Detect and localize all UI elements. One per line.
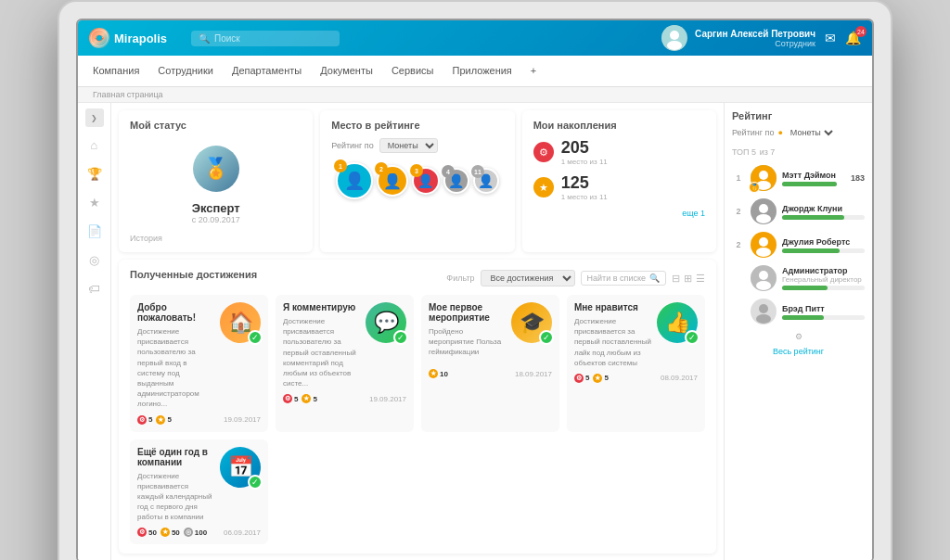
ach-icon-wrap-3: 🎓 ✓	[511, 302, 552, 343]
achievements-title: Полученные достижения	[130, 269, 257, 280]
point-dot-gold-3: ★	[429, 369, 438, 378]
ach-date-4: 08.09.2017	[661, 374, 698, 382]
nav: Компания Сотрудники Департаменты Докумен…	[78, 56, 872, 87]
rating-avatar-1: 1 👤	[336, 162, 373, 199]
accum-icon-gold: ★	[533, 177, 554, 197]
point-value-red-1: 5	[148, 415, 152, 424]
list-view-icon[interactable]: ☰	[696, 273, 705, 285]
filter-icon[interactable]: ⊟	[672, 273, 680, 285]
rank-badge-3: 3	[410, 164, 423, 177]
ach-points-2: ⚙ 5 ★ 5	[283, 394, 317, 403]
sidebar-circle-icon[interactable]: ◎	[85, 249, 103, 271]
accum-row-1: ⚙ 205 1 место из 11	[533, 138, 705, 166]
header: Mirapolis 🔍 Са	[78, 20, 872, 56]
lb-name-3: Джулия Робертс	[782, 237, 865, 247]
ach-footer-5: ⚙ 50 ★ 50 ◎	[137, 528, 261, 537]
sidebar-trophy-icon[interactable]: 🏆	[83, 163, 106, 185]
sidebar-tag-icon[interactable]: 🏷	[84, 278, 104, 299]
nav-item-departments[interactable]: Департаменты	[232, 61, 302, 82]
ach-check-1: ✓	[248, 330, 263, 345]
lb-bar-wrap-3	[782, 248, 865, 253]
lb-rank-1: 1	[732, 173, 745, 183]
point-dot-red-4: ⚙	[574, 374, 584, 383]
lb-bar-3	[782, 248, 840, 253]
rank-badge-1: 1	[334, 159, 347, 172]
svg-point-4	[667, 41, 682, 50]
accum-more[interactable]: еще 1	[533, 209, 705, 218]
accum-icon-red: ⚙	[533, 142, 554, 162]
lb-score-1: 183	[842, 173, 865, 183]
rating-position-card: Место в рейтинге Рейтинг по Монеты Баллы	[320, 110, 514, 252]
svg-point-13	[756, 248, 771, 257]
laptop-frame: Mirapolis 🔍 Са	[58, 0, 892, 560]
status-history[interactable]: История	[130, 234, 162, 243]
point-value-red-4: 5	[585, 374, 589, 382]
ach-date-3: 18.09.2017	[515, 370, 552, 378]
nav-item-employees[interactable]: Сотрудники	[158, 61, 213, 82]
center-area: Мой статус 🏅 Эксперт с 20.09.2017 Истори…	[111, 103, 724, 560]
breadcrumb: Главная страница	[78, 87, 872, 103]
point-badge-red-2: ⚙ 5	[283, 394, 298, 403]
main-layout: ❯ ⌂ 🏆 ★ 📄 ◎ 🏷 Мой статус	[78, 103, 872, 560]
sidebar-doc-icon[interactable]: 📄	[83, 221, 106, 242]
nav-item-apps[interactable]: Приложения	[452, 61, 511, 82]
ach-check-2: ✓	[393, 330, 408, 345]
nav-item-company[interactable]: Компания	[93, 61, 139, 82]
search-input[interactable]	[214, 33, 332, 44]
ach-points-5: ⚙ 50 ★ 50 ◎	[137, 528, 207, 537]
accum-label-2: 1 место из 11	[561, 193, 608, 201]
point-badge-red-5: ⚙ 50	[137, 528, 157, 537]
user-info: Саргин Алексей Петрович Сотрудник	[695, 29, 815, 48]
achievements-section: Полученные достижения Фильтр Все достиже…	[111, 260, 724, 560]
filter-select[interactable]: Все достижения	[481, 270, 575, 286]
rating-filter-select[interactable]: Монеты Баллы	[379, 138, 438, 153]
point-dot-red-1: ⚙	[137, 415, 147, 425]
lb-avatar-1: 🥇	[751, 165, 777, 191]
sidebar-home-icon[interactable]: ⌂	[87, 134, 102, 156]
rating-avatar-4: 4 👤	[443, 168, 469, 194]
lb-filter-select[interactable]: Монеты	[787, 127, 836, 138]
grid-view-icon[interactable]: ⊞	[684, 273, 692, 285]
rating-avatar-3: 3 👤	[412, 167, 440, 195]
sidebar-star-icon[interactable]: ★	[85, 192, 104, 213]
rank-badge-4: 4	[442, 165, 455, 178]
achievement-item-4: 👍 ✓ Мне нравится Достижение присваиваетс…	[567, 295, 705, 432]
sidebar-toggle[interactable]: ❯	[85, 108, 104, 127]
header-user: Саргин Алексей Петрович Сотрудник	[661, 25, 815, 51]
lb-info-1: Мэтт Дэймон	[782, 171, 837, 186]
message-icon[interactable]: ✉	[825, 31, 836, 45]
rating-avatar-2: 2 👤	[377, 165, 408, 197]
point-dot-gold-4: ★	[593, 374, 602, 383]
nav-item-services[interactable]: Сервисы	[392, 61, 434, 82]
lb-avatar-5	[751, 299, 777, 325]
search-achievements-icon: 🔍	[649, 274, 660, 283]
notification-bell[interactable]: 🔔 24	[845, 31, 861, 45]
ach-icon-wrap-4: 👍 ✓	[657, 302, 698, 343]
accumulations-card: Мои накопления ⚙ 205 1 место из 11 ★	[522, 110, 716, 252]
point-value-gold-4: 5	[604, 374, 608, 382]
lb-name-1: Мэтт Дэймон	[782, 171, 837, 180]
logo-text: Mirapolis	[114, 32, 167, 45]
ach-icon-wrap-5: 📅 ✓	[220, 447, 261, 488]
point-badge-gold-3: ★ 10	[429, 369, 448, 378]
filter-label: Фильтр	[446, 274, 474, 283]
svg-point-12	[759, 237, 768, 247]
nav-item-documents[interactable]: Документы	[320, 61, 373, 82]
top-cards: Мой статус 🏅 Эксперт с 20.09.2017 Истори…	[111, 103, 724, 260]
logo-icon	[89, 28, 109, 48]
rating-card-title: Место в рейтинге	[331, 120, 503, 131]
svg-point-10	[756, 214, 771, 223]
lb-bar-wrap-1	[782, 182, 837, 186]
lb-name-4: Администратор	[782, 266, 865, 275]
logo-area: Mirapolis	[89, 28, 182, 48]
search-bar[interactable]: 🔍	[191, 31, 340, 46]
lb-all-link[interactable]: Весь рейтинг	[732, 347, 865, 356]
ach-points-3: ★ 10	[429, 369, 448, 378]
lb-avatar-3	[751, 232, 777, 258]
search-achievements[interactable]: Найти в списке 🔍	[581, 271, 666, 286]
lb-info-4: Администратор Генеральный директор	[782, 266, 865, 290]
ach-footer-2: ⚙ 5 ★ 5 19.09.2017	[283, 394, 406, 403]
rating-avatars: 1 👤 2 👤 3 👤	[331, 162, 503, 199]
ach-footer-4: ⚙ 5 ★ 5 08.09.2017	[574, 374, 698, 383]
nav-item-plus[interactable]: +	[531, 61, 536, 82]
